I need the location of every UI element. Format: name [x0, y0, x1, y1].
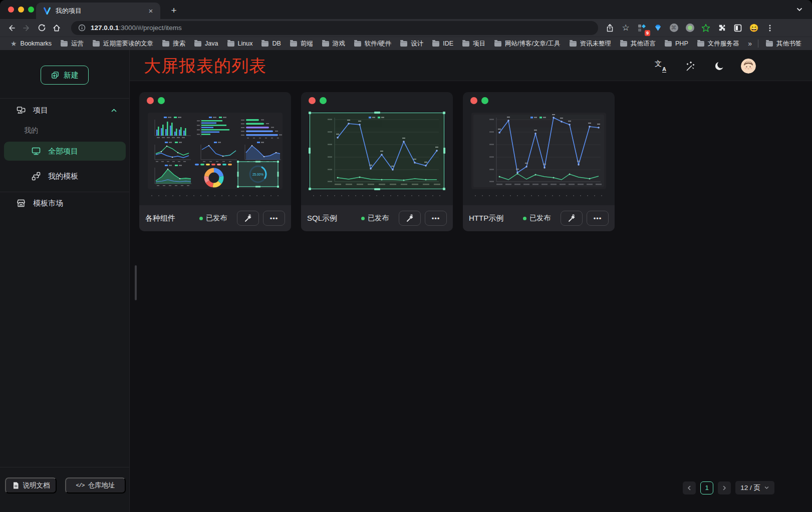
browser-tab[interactable]: 我的项目 × — [36, 3, 160, 19]
macos-traffic-lights — [8, 7, 34, 13]
chrome-menu-icon[interactable] — [763, 22, 776, 35]
bookmark-folder[interactable]: 资讯未整理 — [565, 38, 616, 49]
more-actions-button[interactable]: ••• — [263, 211, 285, 226]
edit-project-button[interactable] — [237, 211, 259, 226]
share-icon[interactable] — [603, 22, 616, 35]
project-thumbnail[interactable]: 25.00% — [148, 113, 283, 189]
translate-icon: 文A — [655, 61, 666, 72]
bookmark-folder-label: 近期需要读的文章 — [103, 40, 153, 48]
more-icon: ••• — [432, 215, 440, 222]
bookmark-folder[interactable]: 游戏 — [318, 38, 350, 49]
bookmark-folder[interactable]: 网站/博客/文章/工具 — [490, 38, 565, 49]
more-icon: ••• — [594, 215, 602, 222]
sidebar-item-template-market[interactable]: 模板市场 — [0, 195, 130, 212]
avatar[interactable] — [741, 59, 756, 74]
folder-icon — [400, 41, 407, 47]
other-bookmarks-folder[interactable]: 其他书签 — [761, 38, 806, 49]
selection-handle[interactable] — [309, 188, 311, 190]
bookmark-star-icon[interactable]: ☆ — [619, 22, 632, 35]
project-thumbnail[interactable] — [471, 113, 606, 189]
selection-handle[interactable] — [374, 188, 380, 190]
close-window-button[interactable] — [8, 7, 14, 13]
sidebar-item-label: 全部项目 — [48, 147, 78, 156]
selection-handle[interactable] — [309, 112, 311, 114]
home-icon[interactable] — [49, 21, 64, 35]
project-card[interactable]: HTTP示例 已发布 ••• — [463, 92, 615, 231]
bookmark-folder[interactable]: PHP — [660, 38, 693, 49]
project-name: HTTP示例 — [469, 214, 523, 223]
magic-wand-button[interactable] — [682, 58, 698, 74]
new-tab-button[interactable]: + — [167, 4, 180, 17]
repo-button[interactable]: </> 仓库地址 — [65, 477, 126, 493]
prev-page-button[interactable] — [683, 481, 696, 494]
fullscreen-window-button[interactable] — [28, 7, 34, 13]
bookmark-folder[interactable]: 文件服务器 — [693, 38, 744, 49]
dotted-separator — [151, 195, 279, 196]
bookmark-folder-label: PHP — [675, 40, 688, 47]
page-number-button[interactable]: 1 — [700, 481, 713, 494]
template-flow-icon — [31, 171, 41, 181]
bookmark-folder[interactable]: Java — [190, 38, 222, 49]
sidebar-group-project[interactable]: 项目 — [0, 102, 130, 119]
bookmarks-manager[interactable]: ★ Bookmarks — [6, 38, 56, 49]
bookmark-folder-label: 游戏 — [333, 40, 345, 48]
chevron-up-icon[interactable] — [110, 107, 118, 114]
app-header: 大屏报表的列表 文A — [130, 50, 812, 81]
extension-star-icon[interactable] — [699, 22, 712, 35]
selection-handle[interactable] — [443, 112, 445, 114]
edit-project-button[interactable] — [561, 211, 583, 226]
extension-tabs-icon[interactable]: 9 — [635, 22, 648, 35]
docs-button[interactable]: 说明文档 — [5, 477, 57, 493]
scrollbar-thumb[interactable] — [135, 265, 137, 300]
bookmarks-label: Bookmarks — [21, 40, 52, 47]
reload-icon[interactable] — [34, 21, 49, 35]
close-tab-icon[interactable]: × — [146, 7, 155, 16]
emoji-extension-icon[interactable]: 😄 — [747, 22, 760, 35]
bookmark-folder[interactable]: 运营 — [56, 38, 88, 49]
bookmarks-overflow-chevron[interactable]: » — [745, 40, 755, 48]
bookmark-folder[interactable]: 设计 — [396, 38, 428, 49]
extension-cmd-icon[interactable]: ⌘ — [667, 22, 680, 35]
language-toggle-button[interactable]: 文A — [652, 58, 668, 74]
more-actions-button[interactable]: ••• — [587, 211, 609, 226]
more-icon: ••• — [270, 215, 279, 222]
darkreader-icon[interactable] — [731, 22, 744, 35]
address-bar[interactable]: 127.0.0.1:3000/#/project/items — [71, 21, 598, 35]
edit-project-button[interactable] — [399, 211, 421, 226]
forward-icon[interactable] — [19, 21, 34, 35]
url-path: :3000/#/project/items — [119, 24, 181, 32]
tab-search-chevron-icon[interactable] — [796, 6, 803, 13]
selection-handle[interactable] — [443, 188, 445, 190]
site-info-icon[interactable] — [78, 24, 86, 32]
bookmark-folder[interactable]: Linux — [223, 38, 257, 49]
page-size-select[interactable]: 12 / 页 — [735, 481, 774, 494]
back-icon[interactable] — [4, 21, 19, 35]
new-project-button[interactable]: 新建 — [41, 66, 89, 85]
selection-handle[interactable] — [309, 148, 311, 154]
extension-record-icon[interactable] — [683, 22, 696, 35]
bookmark-folder[interactable]: IDE — [428, 38, 458, 49]
bookmarks-bar: ★ Bookmarks 运营 近期需要读的文章 搜索 Java Linux DB… — [0, 37, 812, 50]
bookmark-folder[interactable]: 软件/硬件 — [350, 38, 396, 49]
bookmark-folder[interactable]: 前端 — [286, 38, 318, 49]
bookmark-folder[interactable]: 搜索 — [158, 38, 190, 49]
dark-mode-button[interactable] — [711, 58, 727, 74]
project-card[interactable]: 25.00% 各种组件 已发布 — [139, 92, 291, 231]
more-actions-button[interactable]: ••• — [425, 211, 447, 226]
minimize-window-button[interactable] — [18, 7, 24, 13]
selection-handle[interactable] — [443, 148, 445, 154]
bookmark-folder[interactable]: DB — [257, 38, 285, 49]
sidebar-item-my-templates[interactable]: 我的模板 — [4, 167, 126, 186]
bookmark-folder[interactable]: 其他语言 — [616, 38, 660, 49]
extensions-puzzle-icon[interactable] — [715, 22, 728, 35]
bookmark-folder[interactable]: 项目 — [458, 38, 490, 49]
project-card[interactable]: SQL示例 已发布 ••• — [301, 92, 453, 231]
selection-handle[interactable] — [374, 112, 380, 114]
bookmark-folder[interactable]: 近期需要读的文章 — [88, 38, 158, 49]
folder-icon — [570, 41, 577, 47]
next-page-button[interactable] — [718, 481, 731, 494]
project-thumbnail[interactable] — [310, 113, 444, 189]
sidebar-item-all-projects[interactable]: 全部项目 — [4, 142, 126, 161]
url-text[interactable]: 127.0.0.1:3000/#/project/items — [91, 24, 182, 32]
extension-gem-icon[interactable] — [651, 22, 664, 35]
